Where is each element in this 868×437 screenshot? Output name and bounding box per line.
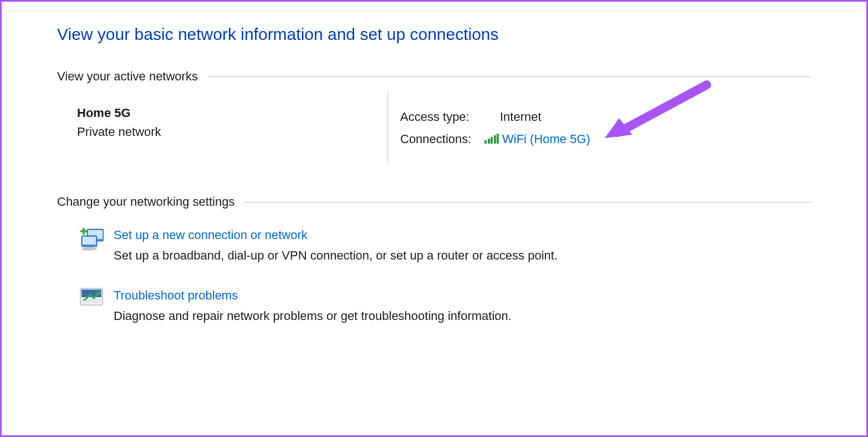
svg-point-10 bbox=[98, 291, 101, 294]
troubleshoot-icon bbox=[77, 286, 106, 328]
section-rule bbox=[244, 202, 811, 202]
page-title: View your basic network information and … bbox=[57, 25, 811, 44]
svg-point-6 bbox=[81, 247, 97, 251]
setting-item-setup-connection: Set up a new connection or network Set u… bbox=[77, 226, 811, 267]
connections-label: Connections: bbox=[400, 128, 486, 150]
section-active-networks-header: View your active networks bbox=[57, 69, 811, 84]
troubleshoot-link[interactable]: Troubleshoot problems bbox=[114, 286, 512, 304]
window-top-divider bbox=[5, 11, 863, 11]
signal-strength-icon bbox=[484, 134, 499, 144]
setup-connection-desc: Set up a broadband, dial-up or VPN conne… bbox=[114, 244, 558, 267]
connection-link-text: WiFi (Home 5G) bbox=[502, 128, 590, 150]
connection-link[interactable]: WiFi (Home 5G) bbox=[486, 128, 590, 150]
section-change-settings-label: Change your networking settings bbox=[57, 195, 234, 209]
network-name: Home 5G bbox=[77, 106, 387, 120]
svg-rect-3 bbox=[83, 237, 96, 245]
active-network-panel: Home 5G Private network Access type: Int… bbox=[77, 100, 811, 164]
setup-connection-link[interactable]: Set up a new connection or network bbox=[114, 226, 558, 244]
access-type-value: Internet bbox=[500, 106, 542, 128]
svg-rect-5 bbox=[80, 230, 87, 232]
section-active-networks-label: View your active networks bbox=[57, 69, 198, 84]
setup-connection-icon bbox=[77, 226, 106, 267]
setting-item-troubleshoot: Troubleshoot problems Diagnose and repai… bbox=[77, 286, 811, 328]
section-change-settings-header: Change your networking settings bbox=[57, 195, 811, 209]
section-rule bbox=[208, 77, 811, 77]
network-type: Private network bbox=[77, 125, 387, 139]
access-type-label: Access type: bbox=[400, 106, 486, 128]
troubleshoot-desc: Diagnose and repair network problems or … bbox=[114, 304, 512, 328]
